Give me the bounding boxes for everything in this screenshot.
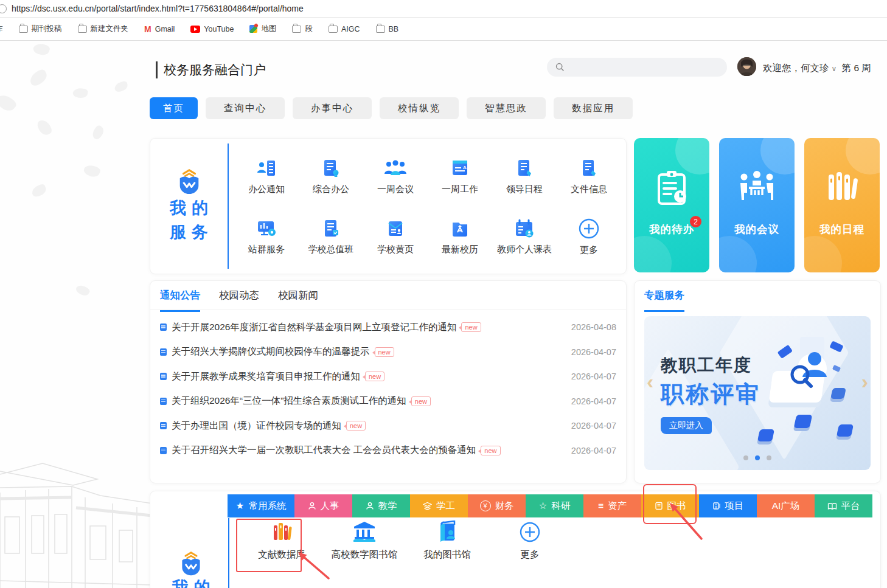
file-info-icon — [578, 157, 600, 179]
banner-title-line1: 教职工年度 — [661, 354, 752, 377]
service-item-file-info[interactable]: 文件信息 — [557, 146, 621, 206]
welcome-text[interactable]: 欢迎您，何文珍∨ 第 6 周 — [763, 62, 871, 75]
bookmarks-bar: 作 期刊投稿 新建文件夹 MGmail YouTube 地图 段 AIGC BB — [0, 18, 887, 41]
latest-calendar-icon — [449, 218, 471, 240]
service-item-latest-calendar[interactable]: 最新校历 — [428, 206, 492, 266]
list-item[interactable]: 关于开展2026年度浙江省自然科学基金项目网上立项登记工作的通知 new 202… — [160, 315, 616, 340]
service-item-office-notice[interactable]: 办公通知 — [234, 146, 299, 206]
carousel-dot-active[interactable] — [755, 455, 760, 460]
banner-chip — [837, 424, 854, 437]
category-tab-student-affairs[interactable]: 学工 — [410, 494, 468, 517]
my-meetings-card[interactable]: 我的会议 — [719, 138, 795, 272]
my-todo-card[interactable]: 2 我的待办 — [634, 138, 709, 272]
gmail-icon: M — [144, 24, 151, 34]
chevron-down-icon[interactable]: ∨ — [832, 64, 837, 73]
carousel-dots — [644, 455, 871, 460]
document-bullet-icon — [160, 323, 167, 331]
category-tab-teaching[interactable]: 教学 — [352, 494, 410, 517]
category-tab-library[interactable]: 图书 — [641, 494, 699, 517]
services-grid: 办公通知 综合办公 一周会议 A 一周工作 领导日程 文件信息 — [234, 146, 621, 266]
enter-now-button[interactable]: 立即进入 — [661, 417, 712, 434]
bookmark-item[interactable]: 段 — [292, 24, 313, 34]
bookmark-item[interactable]: AIGC — [329, 25, 360, 33]
document-bullet-icon — [160, 398, 167, 405]
list-item[interactable]: 关于召开绍兴大学一届一次教职工代表大会 工会会员代表大会的预备通知 new 20… — [160, 438, 616, 463]
service-item-yellow-pages[interactable]: 学校黄页 — [363, 206, 428, 266]
list-item[interactable]: 关于办理出国（境）证件校园专场的通知 new 2026-04-07 — [160, 413, 616, 438]
person-icon — [366, 502, 374, 510]
bookmark-item[interactable]: 作 — [0, 24, 3, 34]
search-icon — [555, 63, 565, 72]
url-text[interactable]: https://dsc.usx.edu.cn/portal/start/inde… — [12, 4, 304, 13]
service-item-weekly-meeting[interactable]: 一周会议 — [363, 146, 428, 206]
service-item-digital-library[interactable]: 高校数字图书馆 — [323, 521, 406, 561]
bookmark-item[interactable]: YouTube — [190, 25, 234, 33]
tab-query-center[interactable]: 查询中心 — [206, 97, 285, 119]
divider — [228, 518, 229, 588]
service-item-integrated-office[interactable]: 综合办公 — [299, 146, 363, 206]
week-indicator: 第 6 周 — [842, 63, 871, 73]
news-panel: 通知公告 校园动态 校园新闻 关于开展2026年度浙江省自然科学基金项目网上立项… — [150, 280, 627, 483]
bookmark-item[interactable]: BB — [376, 25, 399, 33]
site-group-icon — [255, 218, 278, 240]
list-item[interactable]: 关于开展教学成果奖培育项目申报工作的通知 new 2026-04-07 — [160, 364, 616, 389]
office-notice-icon — [256, 157, 277, 179]
new-badge: new — [375, 347, 394, 357]
username: 何文珍 — [801, 63, 829, 73]
service-item-leader-schedule[interactable]: 领导日程 — [492, 146, 557, 206]
folder-icon — [329, 26, 338, 33]
service-item-site-group[interactable]: 站群服务 — [234, 206, 299, 266]
category-tab-platform[interactable]: 平台 — [815, 494, 872, 517]
service-item-school-duty[interactable]: 学校总值班 — [299, 206, 363, 266]
my-schedule-card[interactable]: 我的日程 — [804, 138, 880, 272]
tab-topic-services[interactable]: 专题服务 — [644, 289, 684, 312]
tab-data-apps[interactable]: 数据应用 — [554, 97, 633, 119]
plus-circle-icon — [518, 521, 541, 544]
service-item-more[interactable]: 更多 — [557, 206, 621, 266]
category-tab-assets[interactable]: ≡资产 — [583, 494, 641, 517]
carousel-dot[interactable] — [743, 455, 748, 460]
avatar[interactable] — [737, 57, 756, 76]
folder-icon — [19, 26, 28, 33]
banner-title-line2: 职称评审 — [661, 379, 760, 410]
list-item[interactable]: 关于绍兴大学揭牌仪式期间校园停车的温馨提示 new 2026-04-07 — [160, 340, 616, 365]
book-icon — [655, 502, 663, 510]
category-tab-finance[interactable]: ¥财务 — [468, 494, 526, 517]
list-item[interactable]: 关于组织2026年“三位一体”招生综合素质测试工作的通知 new 2026-04… — [160, 389, 616, 414]
category-tab-projects[interactable]: 项目 — [699, 494, 757, 517]
document-bullet-icon — [160, 447, 167, 454]
search-input[interactable] — [569, 62, 718, 73]
service-item-teacher-timetable[interactable]: 教师个人课表 — [492, 206, 557, 266]
bookmark-item[interactable]: 新建文件夹 — [78, 24, 129, 34]
service-item-more[interactable]: 更多 — [489, 521, 571, 561]
carousel-prev-icon[interactable]: ‹ — [647, 370, 653, 393]
carousel-next-icon[interactable]: › — [861, 370, 868, 393]
tab-smart-ideology[interactable]: 智慧思政 — [467, 97, 546, 119]
service-item-my-library[interactable]: 我的图书馆 — [406, 521, 489, 561]
bookmark-item[interactable]: 地图 — [249, 24, 276, 34]
service-item-literature-database[interactable]: 文献数据库 — [240, 521, 323, 561]
tab-home[interactable]: 首页 — [150, 97, 198, 119]
search-box[interactable] — [547, 58, 727, 77]
service-item-weekly-work[interactable]: A 一周工作 — [428, 146, 492, 206]
bookmark-item[interactable]: MGmail — [144, 24, 175, 34]
category-tab-research[interactable]: ☆科研 — [526, 494, 583, 517]
bookmark-item[interactable]: 期刊投稿 — [19, 24, 62, 34]
category-tab-ai-plaza[interactable]: AI广场 — [757, 494, 815, 517]
tab-service-center[interactable]: 办事中心 — [293, 97, 372, 119]
site-info-icon[interactable] — [0, 4, 7, 13]
card-label: 我的日程 — [804, 222, 880, 237]
carousel-dot[interactable] — [767, 455, 771, 460]
card-label: 我的会议 — [719, 222, 795, 237]
news-date: 2026-04-08 — [571, 322, 616, 332]
topic-banner[interactable]: 教职工年度 职称评审 立即进入 ‹ › — [644, 316, 871, 470]
weekly-work-icon: A — [449, 157, 471, 179]
tab-school-overview[interactable]: 校情纵览 — [380, 97, 459, 119]
news-date: 2026-04-07 — [571, 347, 616, 357]
banner-chip — [757, 429, 774, 441]
browser-url-bar[interactable]: https://dsc.usx.edu.cn/portal/start/inde… — [0, 0, 887, 18]
category-tab-hr[interactable]: 人事 — [294, 494, 352, 517]
petal-decoration — [30, 183, 47, 198]
category-tab-common-systems[interactable]: ★常用系统 — [228, 494, 294, 517]
circle-decoration — [760, 138, 795, 175]
